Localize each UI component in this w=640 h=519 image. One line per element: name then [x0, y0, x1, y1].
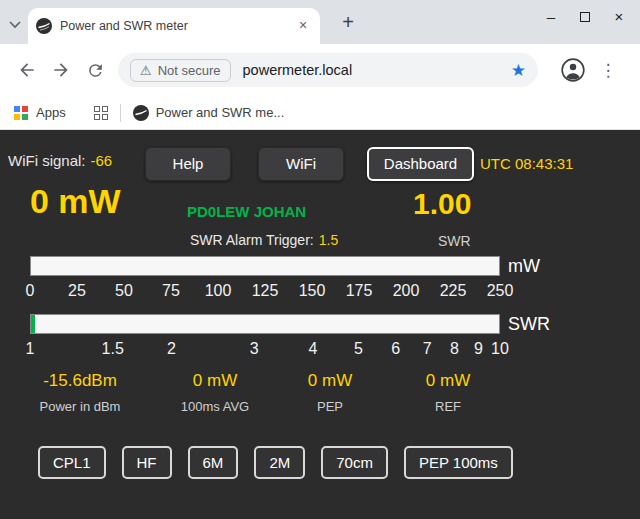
swr-tick: 9 [474, 340, 483, 358]
bookmarks-bar: Apps Power and SWR me... [0, 96, 640, 130]
swr-alarm-value: 1.5 [319, 232, 338, 248]
swr-tick: 1.5 [102, 340, 124, 358]
warning-icon: ⚠ [140, 63, 152, 78]
url-text[interactable]: powermeter.local [243, 62, 511, 78]
swr-meter-fill [31, 315, 35, 333]
wifi-button[interactable]: WiFi [258, 147, 344, 181]
2m-button[interactable]: 2M [254, 446, 305, 479]
site-favicon-icon [36, 18, 52, 34]
stat-value: -15.6dBm [18, 371, 142, 391]
mw-tick: 75 [162, 282, 180, 300]
swr-alarm-trigger: SWR Alarm Trigger:1.5 [190, 232, 338, 248]
address-bar[interactable]: ⚠ Not secure powermeter.local ★ [118, 53, 538, 87]
minimize-button[interactable]: – [534, 4, 568, 32]
stat-label: 100ms AVG [153, 399, 277, 414]
back-button[interactable] [10, 53, 44, 87]
swr-tick: 4 [308, 340, 317, 358]
security-chip[interactable]: ⚠ Not secure [130, 59, 231, 82]
bookmarks-separator [120, 104, 121, 122]
stat-label: Power in dBm [18, 399, 142, 414]
power-meter-unit: mW [508, 256, 540, 277]
bottom-button-row: CPL1 HF 6M 2M 70cm PEP 100ms [38, 446, 513, 479]
grid-icon[interactable] [94, 106, 108, 120]
mw-tick: 100 [205, 282, 232, 300]
utc-clock: UTC 08:43:31 [480, 155, 573, 172]
mw-tick: 175 [346, 282, 373, 300]
forward-button[interactable] [44, 53, 78, 87]
stat-value: 0 mW [390, 371, 506, 391]
swr-tick: 1 [26, 340, 35, 358]
swr-tick: 10 [491, 340, 509, 358]
wifi-signal-label: WiFi signal: [8, 152, 86, 169]
help-button[interactable]: Help [145, 147, 231, 181]
stat-value: 0 mW [153, 371, 277, 391]
browser-menu-icon[interactable]: ⋮ [598, 60, 618, 81]
close-window-button[interactable]: × [602, 4, 636, 32]
stat-pep: 0 mW PEP [272, 371, 388, 414]
security-label: Not secure [158, 63, 221, 78]
bookmark-item[interactable]: Power and SWR me... [133, 105, 285, 121]
cpl1-button[interactable]: CPL1 [38, 446, 106, 479]
power-reading: 0 mW [30, 182, 121, 221]
swr-tick: 8 [450, 340, 459, 358]
callsign: PD0LEW JOHAN [187, 203, 306, 220]
browser-toolbar: ⚠ Not secure powermeter.local ★ ⋮ [0, 44, 640, 96]
mw-tick: 150 [299, 282, 326, 300]
swr-tick: 6 [391, 340, 400, 358]
stat-100ms-avg: 0 mW 100ms AVG [153, 371, 277, 414]
swr-tick: 2 [167, 340, 176, 358]
mw-tick: 200 [393, 282, 420, 300]
tab-title: Power and SWR meter [60, 19, 294, 33]
apps-label[interactable]: Apps [36, 105, 66, 120]
pep-100ms-button[interactable]: PEP 100ms [404, 446, 513, 479]
mw-tick: 250 [487, 282, 514, 300]
swr-tick: 3 [250, 340, 259, 358]
mw-tick: 125 [252, 282, 279, 300]
bookmark-favicon-icon [133, 105, 149, 121]
wifi-signal-value: -66 [91, 152, 113, 169]
window-controls: – × [534, 4, 636, 32]
stat-power-dbm: -15.6dBm Power in dBm [18, 371, 142, 414]
profile-avatar[interactable] [560, 57, 586, 83]
70cm-button[interactable]: 70cm [321, 446, 388, 479]
tab-search-chevron-icon[interactable] [8, 16, 24, 28]
swr-meter-scale: 1 1.5 2 3 4 5 6 7 8 9 10 [30, 340, 500, 360]
maximize-icon [580, 12, 590, 22]
browser-tab[interactable]: Power and SWR meter × [28, 8, 320, 44]
swr-tick: 7 [423, 340, 432, 358]
6m-button[interactable]: 6M [188, 446, 239, 479]
new-tab-button[interactable]: + [336, 10, 360, 34]
hf-button[interactable]: HF [122, 446, 172, 479]
swr-alarm-label: SWR Alarm Trigger: [190, 232, 314, 248]
mw-tick: 50 [115, 282, 133, 300]
mw-tick: 0 [26, 282, 35, 300]
swr-meter-unit: SWR [508, 314, 550, 335]
mw-tick: 225 [440, 282, 467, 300]
apps-grid-icon[interactable] [14, 106, 28, 120]
bookmark-star-icon[interactable]: ★ [511, 60, 526, 81]
power-meter-scale: 0 25 50 75 100 125 150 175 200 225 250 [30, 282, 500, 302]
stat-ref: 0 mW REF [390, 371, 506, 414]
power-meter-bar [30, 256, 500, 276]
stat-label: REF [390, 399, 506, 414]
reload-button[interactable] [78, 53, 112, 87]
dashboard-button[interactable]: Dashboard [367, 147, 474, 181]
swr-meter-bar [30, 314, 500, 334]
maximize-button[interactable] [568, 4, 602, 32]
stat-value: 0 mW [272, 371, 388, 391]
tab-close-icon[interactable]: × [294, 17, 312, 35]
swr-tick: 5 [354, 340, 363, 358]
stat-label: PEP [272, 399, 388, 414]
bookmark-label: Power and SWR me... [156, 105, 285, 120]
swr-reading: 1.00 [413, 187, 471, 221]
swr-caption: SWR [438, 233, 471, 249]
mw-tick: 25 [68, 282, 86, 300]
wifi-signal: WiFi signal:-66 [8, 152, 112, 169]
page-content: WiFi signal:-66 Help WiFi Dashboard UTC … [0, 130, 640, 519]
browser-window: Power and SWR meter × + – × ⚠ Not secure… [0, 0, 640, 130]
tab-strip: Power and SWR meter × + – × [0, 0, 640, 44]
